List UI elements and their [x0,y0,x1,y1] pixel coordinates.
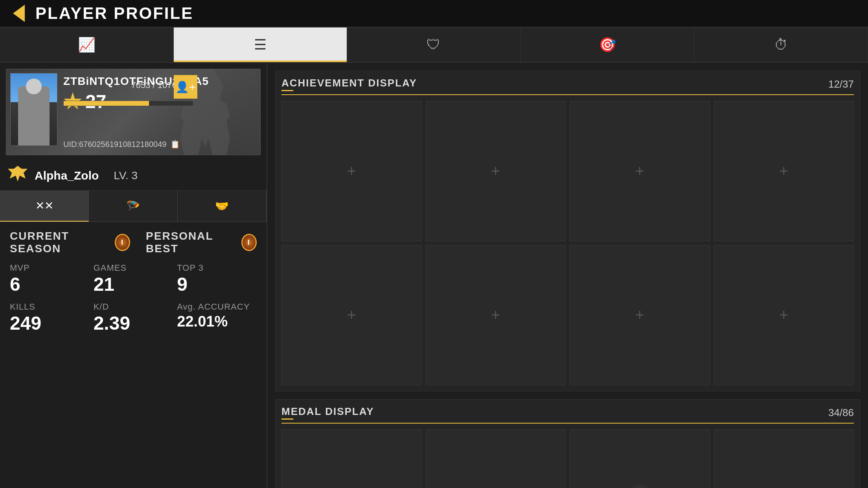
loadout-tabs: ✕✕ 🪂 🤝 [0,191,267,222]
plus-icon: + [347,306,356,324]
games-value: 21 [94,275,173,294]
medal-display-header: MEDAL DISPLAY 34/86 [281,405,854,424]
achievement-display-header: ACHIEVEMENT DISPLAY 12/37 [281,77,854,95]
accuracy-value: 22.01% [177,314,257,329]
achievement-cell-5[interactable]: + [281,245,422,385]
uid-text: UID:67602561910812180049 [63,140,166,149]
copy-icon[interactable]: 📋 [170,139,180,149]
achievement-cell-6[interactable]: + [426,245,566,385]
left-panel: ZTBiNTQ1OTFiNGUzMzA5 27 7053 / 10760 👤+ … [0,63,267,488]
character-figure [18,86,50,145]
medal-glow [624,484,655,488]
kd-value: 2.39 [94,314,173,333]
stat-top3: TOP 3 9 [177,263,257,294]
top3-label: TOP 3 [177,263,257,273]
avatar-area [10,73,57,146]
achievement-cell-2[interactable]: + [426,101,566,241]
mvp-value: 6 [10,275,90,294]
page-title: PLAYER PROFILE [35,4,193,23]
add-friend-icon: 👤+ [175,81,195,94]
medal-cell-2[interactable]: + [426,429,566,488]
add-friend-button[interactable]: 👤+ [174,75,197,99]
games-label: GAMES [94,263,173,273]
plus-icon: + [635,162,644,180]
achievement-cell-7[interactable]: + [570,245,710,385]
plus-icon: + [491,306,500,324]
clan-row: Alpha_Zolo LV. 3 [0,161,267,191]
medal-grid: + + + + + + + + [281,429,854,488]
achievement-cell-8[interactable]: + [714,245,854,385]
uid-row: UID:67602561910812180049 📋 [63,139,180,149]
parachute-icon: 🪂 [126,200,140,213]
personal-best-label: PERSONAL BEST I [146,230,257,255]
plus-icon: + [491,162,500,180]
header: PLAYER PROFILE [0,0,868,28]
tab-timer[interactable]: ⏱ [694,28,868,62]
mvp-label: MVP [10,263,90,273]
loadout-tab-charm[interactable]: 🤝 [178,191,267,222]
clan-name: Alpha_Zolo [35,169,99,182]
kills-value: 249 [10,314,90,333]
back-arrow-icon [13,5,25,22]
tab-achievements[interactable]: 🛡 [347,28,521,62]
list-icon: ☰ [254,37,267,53]
clan-icon [8,166,28,185]
stat-kd: K/D 2.39 [94,302,173,333]
tab-bar: 📈 ☰ 🛡 🎯 ⏱ [0,28,868,63]
shield-icon: 🛡 [427,37,441,53]
main-content: ZTBiNTQ1OTFiNGUzMzA5 27 7053 / 10760 👤+ … [0,63,868,488]
accuracy-label: Avg. ACCURACY [177,302,257,312]
achievement-grid: + + + + + + + + [281,101,854,385]
stats-grid: MVP 6 GAMES 21 TOP 3 9 KILLS 249 [10,263,257,333]
achievement-cell-1[interactable]: + [281,101,422,241]
charm-icon: 🤝 [215,200,229,213]
achievement-count: 12/37 [828,78,854,90]
xp-bar [63,101,193,106]
medal-cell-3[interactable]: + [570,429,710,488]
stat-accuracy: Avg. ACCURACY 22.01% [177,302,257,333]
tab-stats[interactable]: 📈 [0,28,174,62]
medal-cell-4[interactable]: + [714,429,854,488]
top3-value: 9 [177,275,257,294]
medal-divider [281,418,293,420]
xp-fill [64,101,149,106]
plus-icon: + [635,306,644,324]
current-season-label: CURRENT SEASON I [10,230,130,255]
current-season-icon: I [115,234,130,251]
clan-level: LV. 3 [114,169,138,182]
back-button[interactable] [8,3,31,24]
medal-count: 34/86 [828,407,854,419]
xp-current: 7053 [131,80,151,90]
plus-icon: + [779,162,788,180]
weapons-icon: ✕✕ [35,199,53,212]
stat-kills: KILLS 249 [10,302,90,333]
medal-cell-1[interactable]: + [281,429,422,488]
personal-best-icon: I [241,234,257,251]
timer-icon: ⏱ [774,37,788,53]
loadout-tab-weapons[interactable]: ✕✕ [0,191,89,222]
right-panel: ACHIEVEMENT DISPLAY 12/37 + + + + + + + … [267,63,868,488]
kd-label: K/D [94,302,173,312]
stat-games: GAMES 21 [94,263,173,294]
tab-profile[interactable]: ☰ [174,28,348,62]
stat-mvp: MVP 6 [10,263,90,294]
stats-icon: 📈 [78,37,96,53]
achievement-divider [281,90,293,91]
plus-icon: + [347,162,356,180]
plus-icon: + [779,306,788,324]
loadout-tab-parachute[interactable]: 🪂 [89,191,178,222]
kills-label: KILLS [10,302,90,312]
profile-card: ZTBiNTQ1OTFiNGUzMzA5 27 7053 / 10760 👤+ … [6,69,261,155]
tab-target[interactable]: 🎯 [521,28,695,62]
medal-display-section: MEDAL DISPLAY 34/86 + + + + + + + + [275,399,860,488]
stats-section: CURRENT SEASON I PERSONAL BEST I MVP 6 [0,222,267,488]
character-head [26,79,42,94]
achievement-display-title: ACHIEVEMENT DISPLAY [281,77,417,89]
medal-display-title: MEDAL DISPLAY [281,405,374,417]
achievement-cell-3[interactable]: + [570,101,710,241]
achievement-display-section: ACHIEVEMENT DISPLAY 12/37 + + + + + + + … [275,71,860,391]
season-row: CURRENT SEASON I PERSONAL BEST I [10,230,257,255]
target-icon: 🎯 [599,37,616,53]
achievement-cell-4[interactable]: + [714,101,854,241]
